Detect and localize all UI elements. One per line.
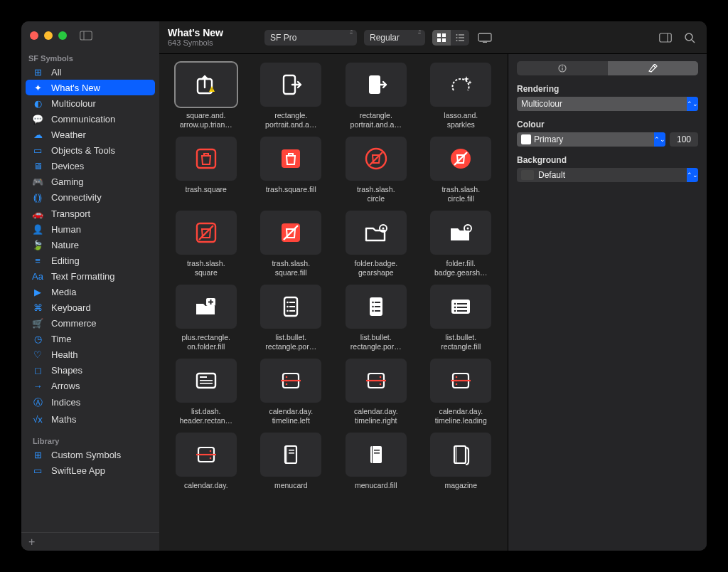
symbol-label: trash.square: [186, 185, 227, 203]
symbol-label: trash.slash. square.fill: [272, 259, 310, 277]
symbol-cell[interactable]: menucard: [252, 433, 331, 499]
zoom-window-button[interactable]: [58, 31, 67, 40]
color-tab[interactable]: [608, 61, 699, 75]
app-window: SF Symbols ⊞All ✦What's New ◐Multicolour…: [21, 21, 707, 551]
symbol-cell[interactable]: calendar.day. timeline.left: [252, 359, 331, 425]
colour-select[interactable]: Primary⌃⌄: [517, 132, 665, 147]
weight-select-wrap: Regular: [364, 30, 425, 46]
sidebar-item-whats-new[interactable]: ✦What's New: [26, 80, 155, 95]
svg-rect-84: [289, 450, 294, 451]
sidebar-item-arrows[interactable]: →Arrows: [26, 378, 155, 393]
symbol-cell[interactable]: folder.fill. badge.gearsh…: [422, 211, 501, 277]
symbol-tile: [260, 433, 321, 477]
symbol-tile: [176, 359, 237, 403]
list-view-button[interactable]: [451, 30, 469, 46]
symbol-cell[interactable]: list.bullet. rectangle.por…: [252, 285, 331, 351]
svg-rect-3: [442, 33, 446, 37]
chevron-icon: ⌃⌄: [687, 97, 698, 111]
symbol-cell[interactable]: trash.square: [166, 137, 246, 203]
opacity-input[interactable]: [670, 132, 698, 147]
symbol-cell[interactable]: rectangle. portrait.and.a…: [336, 63, 416, 129]
symbol-grid-area[interactable]: !square.and. arrow.up.trian…rectangle. p…: [159, 54, 508, 551]
svg-point-40: [287, 306, 289, 308]
font-select[interactable]: SF Pro: [264, 30, 357, 46]
svg-line-17: [692, 40, 695, 43]
grid-view-button[interactable]: [432, 30, 451, 46]
symbol-cell[interactable]: trash.slash. circle.fill: [422, 137, 501, 203]
symbol-cell[interactable]: trash.slash. square.fill: [252, 211, 331, 277]
sidebar-item-human[interactable]: 👤Human: [26, 221, 155, 237]
symbol-cell[interactable]: plus.rectangle. on.folder.fill: [166, 285, 246, 351]
rendering-select[interactable]: Multicolour⌃⌄: [517, 97, 698, 111]
toolbar: What's New 643 Symbols SF Pro Regular: [159, 21, 707, 54]
add-collection-button[interactable]: +: [28, 536, 35, 549]
sidebar-item-connectivity[interactable]: ⸨⸩Connectivity: [26, 189, 155, 206]
symbol-cell[interactable]: !square.and. arrow.up.trian…: [166, 63, 246, 129]
indices-icon: Ⓐ: [31, 396, 44, 409]
display-mode-button[interactable]: [476, 30, 493, 46]
sidebar-item-swiftlee[interactable]: ▭SwiftLee App: [26, 462, 155, 478]
symbol-cell[interactable]: list.bullet. rectangle.fill: [422, 285, 501, 351]
symbol-cell[interactable]: magazine: [422, 433, 501, 499]
symbol-grid: !square.and. arrow.up.trian…rectangle. p…: [166, 63, 500, 499]
sidebar-item-media[interactable]: ▶︎Media: [26, 284, 155, 300]
background-select[interactable]: Default⌃⌄: [517, 168, 698, 182]
sidebar-item-custom[interactable]: ⊞Custom Symbols: [26, 447, 155, 462]
sidebar-item-maths[interactable]: √xMaths: [26, 411, 155, 427]
symbol-cell[interactable]: trash.square.fill: [252, 137, 331, 203]
svg-rect-57: [457, 310, 467, 312]
sidebar-item-multicolour[interactable]: ◐Multicolour: [26, 95, 155, 111]
sidebar-item-objects[interactable]: ▭Objects & Tools: [26, 142, 155, 158]
symbol-tile: [176, 285, 237, 329]
symbol-cell[interactable]: list.bullet. rectangle.por…: [336, 285, 416, 351]
svg-rect-53: [457, 303, 467, 304]
sidebar-item-devices[interactable]: 🖥Devices: [26, 158, 155, 174]
symbol-cell[interactable]: folder.badge. gearshape: [336, 211, 416, 277]
sidebar-toggle-icon[interactable]: [80, 31, 92, 41]
weight-select[interactable]: Regular: [364, 30, 425, 46]
svg-point-63: [286, 376, 288, 378]
sidebar-item-commerce[interactable]: 🛒Commerce: [26, 315, 155, 331]
arrow-icon: →: [31, 381, 44, 391]
sidebar-item-shapes[interactable]: ◻︎Shapes: [26, 362, 155, 378]
symbol-cell[interactable]: lasso.and. sparkles: [422, 63, 501, 129]
sidebar-item-editing[interactable]: ≡Editing: [26, 253, 155, 268]
sidebar-item-nature[interactable]: 🍃Nature: [26, 237, 155, 253]
symbol-label: calendar.day. timeline.right: [354, 407, 398, 425]
sidebar-item-communication[interactable]: 💬Communication: [26, 111, 155, 127]
sidebar-item-weather[interactable]: ☁Weather: [26, 127, 155, 142]
symbol-cell[interactable]: calendar.day. timeline.right: [336, 359, 416, 425]
heart-icon: ♡: [31, 349, 44, 360]
symbol-cell[interactable]: calendar.day.: [166, 433, 246, 499]
sidebar-item-health[interactable]: ♡Health: [26, 346, 155, 362]
sidebar-item-keyboard[interactable]: ⌘Keyboard: [26, 300, 155, 315]
svg-rect-89: [374, 452, 380, 454]
symbol-cell[interactable]: trash.slash. square: [166, 211, 246, 277]
sidebar-item-all[interactable]: ⊞All: [26, 64, 155, 80]
search-button[interactable]: [681, 30, 698, 46]
rendering-label: Rendering: [517, 84, 698, 94]
info-tab[interactable]: [517, 61, 608, 75]
symbol-tile: [430, 359, 491, 403]
symbol-cell[interactable]: menucard.fill: [336, 433, 416, 499]
inspector-panel: Rendering Multicolour⌃⌄ Colour Primary⌃⌄…: [508, 54, 707, 551]
symbol-cell[interactable]: trash.slash. circle: [336, 137, 416, 203]
symbol-cell[interactable]: rectangle. portrait.and.a…: [252, 63, 331, 129]
symbol-cell[interactable]: calendar.day. timeline.leading: [422, 359, 501, 425]
svg-rect-43: [289, 310, 295, 312]
play-icon: ▶︎: [31, 287, 44, 297]
sidebar-section-symbols: SF Symbols: [21, 50, 159, 64]
svg-rect-50: [375, 310, 380, 312]
sidebar-item-gaming[interactable]: 🎮Gaming: [26, 174, 155, 189]
symbol-cell[interactable]: list.dash. header.rectan…: [166, 359, 246, 425]
inspector-toggle-button[interactable]: [657, 30, 674, 46]
sidebar-item-text[interactable]: AaText Formatting: [26, 268, 155, 284]
sidebar-item-transport[interactable]: 🚗Transport: [26, 206, 155, 221]
minimize-window-button[interactable]: [44, 31, 53, 40]
sidebar-item-indices[interactable]: ⒶIndices: [26, 393, 155, 411]
sidebar: SF Symbols ⊞All ✦What's New ◐Multicolour…: [21, 21, 159, 551]
symbol-tile: [260, 63, 321, 107]
close-window-button[interactable]: [30, 31, 38, 40]
symbol-tile: [430, 433, 491, 477]
sidebar-item-time[interactable]: ◷Time: [26, 331, 155, 346]
